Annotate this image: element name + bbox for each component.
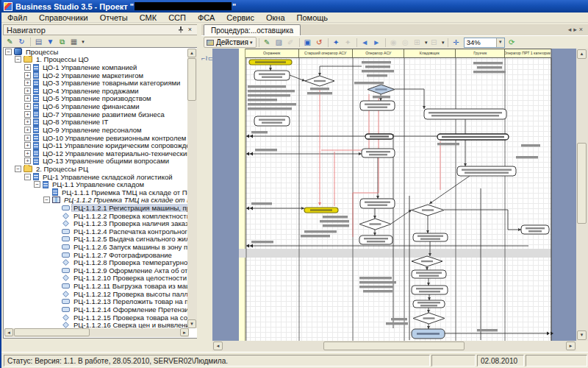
- tree-item[interactable]: −2. Процессы РЦ: [4, 165, 189, 173]
- tree-item[interactable]: +ЦО-1 Управление компанией: [4, 63, 189, 71]
- tree-item[interactable]: РЦ-1.1.2.8 Проверка температурного реж: [4, 258, 189, 266]
- forward-icon[interactable]: ►: [371, 38, 382, 48]
- expand-icon[interactable]: +: [24, 72, 31, 79]
- flow-task-shape[interactable]: [254, 116, 290, 126]
- menu-item-8[interactable]: Окна: [260, 13, 291, 23]
- expand-icon[interactable]: +: [24, 158, 31, 164]
- tab-next-icon[interactable]: ▸: [573, 26, 579, 33]
- tree-item[interactable]: −РЦ-1 Управление складской логистикой: [4, 173, 189, 181]
- collapse-icon[interactable]: −: [34, 181, 40, 188]
- tree-item[interactable]: РЦ-1.1.1 Приемка ТМЦ на складе от Постав…: [4, 188, 189, 197]
- scroll-thumb[interactable]: [187, 58, 196, 101]
- flow-connector[interactable]: [429, 176, 470, 204]
- save-icon[interactable]: ▣: [302, 38, 313, 48]
- edit-diagram-icon[interactable]: ✎: [262, 38, 273, 48]
- flow-task-shape[interactable]: [362, 149, 395, 158]
- scroll-thumb[interactable]: [577, 143, 587, 224]
- zoom-combobox[interactable]: 34% ▼: [464, 38, 505, 48]
- tree-item[interactable]: РЦ-1.1.2.7 Фотографирование: [4, 251, 189, 259]
- tree-item[interactable]: +ЦО-11 Управление юридическим сопровожде…: [4, 141, 189, 149]
- chevron-down-icon[interactable]: ▼: [441, 40, 445, 45]
- tree-item[interactable]: РЦ-1.1.2.10 Проверка целостности упаков: [4, 275, 189, 283]
- chevron-down-icon[interactable]: ▼: [81, 40, 85, 44]
- expand-icon[interactable]: +: [24, 142, 31, 149]
- tree-item[interactable]: +ЦО-2 Управление маркетингом: [4, 71, 189, 79]
- menu-item-5[interactable]: ССП: [162, 13, 192, 23]
- expand-icon[interactable]: +: [24, 135, 31, 141]
- scroll-right-icon[interactable]: ►: [180, 328, 189, 336]
- tree-horizontal-scrollbar[interactable]: ◄ ►: [4, 328, 189, 337]
- print-icon[interactable]: ▦: [68, 37, 79, 47]
- tree-item[interactable]: −1. Процессы ЦО: [4, 56, 189, 64]
- back-icon[interactable]: ◄: [359, 38, 370, 48]
- expand-icon[interactable]: +: [24, 88, 31, 94]
- scroll-up-icon[interactable]: ▲: [187, 49, 196, 57]
- tree-item[interactable]: РЦ-1.1.2.16 Сверка цен и выявление расхо: [4, 321, 189, 328]
- flow-connector[interactable]: [320, 66, 362, 76]
- document-icon[interactable]: ▤: [33, 37, 44, 47]
- expand-icon[interactable]: +: [24, 111, 31, 118]
- scroll-thumb[interactable]: [14, 328, 90, 336]
- flow-connector[interactable]: [395, 89, 424, 109]
- tree-item[interactable]: +ЦО-6 Управление финансами: [4, 102, 189, 110]
- tree-item[interactable]: +ЦО-8 Управление IT: [4, 118, 189, 126]
- collapse-icon[interactable]: −: [24, 174, 31, 180]
- edit-icon[interactable]: ✎: [4, 37, 15, 47]
- fit-zoom-icon[interactable]: ✛: [451, 38, 462, 48]
- sync-window-icon[interactable]: ⧉: [57, 37, 68, 47]
- collapse-icon[interactable]: −: [5, 49, 12, 55]
- menu-item-6[interactable]: ФСА: [192, 13, 220, 23]
- tree-vertical-scrollbar[interactable]: ▲ ▼: [187, 49, 197, 328]
- scroll-right-icon[interactable]: ►: [566, 342, 576, 350]
- flow-task-shape[interactable]: [360, 199, 395, 208]
- flow-connector[interactable]: [391, 210, 412, 224]
- expand-icon[interactable]: +: [24, 79, 31, 86]
- expand-icon[interactable]: +: [24, 95, 31, 102]
- tree-item[interactable]: +ЦО-10 Управление ревизионным контролем: [4, 134, 189, 142]
- diagram-canvas[interactable]: ОхранникСтарший оператор АСУОператор АСУ…: [212, 49, 576, 341]
- flow-task-shape[interactable]: [521, 225, 549, 234]
- scroll-left-icon[interactable]: ◄: [4, 328, 13, 336]
- prev-diagram-icon[interactable]: ✦: [331, 38, 342, 48]
- flow-task-shape[interactable]: [457, 166, 516, 176]
- tree-item[interactable]: +ЦО-3 Управление товарными категориями: [4, 79, 189, 87]
- tree-item[interactable]: РЦ-1.1.2.15 Проверка товара на соответст: [4, 314, 189, 322]
- tab-procedure[interactable]: Процедура:...оставщика: [204, 24, 301, 35]
- tree-item[interactable]: РЦ-1.1.2.11 Выгрузка товара из машины: [4, 282, 189, 290]
- menu-item-9[interactable]: Помощь: [291, 13, 334, 23]
- flow-task-shape[interactable]: [412, 286, 448, 294]
- tree-item[interactable]: РЦ-1.1.2.14 Оформление Претензии об отк: [4, 305, 189, 314]
- update-diagram-icon[interactable]: ⟳: [506, 38, 517, 48]
- expand-icon[interactable]: +: [24, 118, 31, 125]
- flow-task-shape[interactable]: [413, 233, 448, 241]
- scroll-left-icon[interactable]: ◄: [213, 342, 223, 350]
- scroll-down-icon[interactable]: ▼: [577, 330, 587, 340]
- flow-task-shape[interactable]: [424, 109, 506, 119]
- image-icon[interactable]: ▨: [273, 38, 284, 48]
- tree-item[interactable]: −РЦ-1.1.2 Приемка ТМЦ на складе от поста…: [4, 197, 189, 205]
- tree-item[interactable]: РЦ-1.1.2.1 Регистрация машины, прием док: [4, 204, 189, 212]
- tree-item[interactable]: +ЦО-4 Управление продажами: [4, 87, 189, 95]
- tree-item[interactable]: +ЦО-9 Управление персоналом: [4, 126, 189, 134]
- diagram-vertical-scrollbar[interactable]: ▲ ▼: [576, 49, 588, 341]
- tree-item[interactable]: РЦ-1.1.2.5 Выдача сигнального жилета (со: [4, 236, 189, 244]
- scroll-down-icon[interactable]: ▼: [187, 319, 196, 328]
- menu-item-3[interactable]: Отчеты: [94, 13, 134, 23]
- refresh-diagram-icon[interactable]: ↺: [314, 38, 325, 48]
- tree-item[interactable]: −Процессы: [4, 48, 189, 56]
- collapse-icon[interactable]: −: [43, 197, 50, 203]
- diagram-horizontal-scrollbar[interactable]: ◄ ►: [212, 341, 576, 351]
- expand-icon[interactable]: +: [24, 103, 31, 110]
- tree-item[interactable]: +ЦО-5 Управление производством: [4, 95, 189, 103]
- chevron-down-icon[interactable]: ▼: [496, 38, 504, 47]
- actions-button[interactable]: Действия ▼: [204, 37, 257, 48]
- menu-item-2[interactable]: Справочники: [33, 13, 94, 23]
- tree-item[interactable]: +ЦО-13 Управление общими вопросами: [4, 158, 189, 166]
- tree-item[interactable]: −РЦ-1.1 Управление складом: [4, 180, 189, 188]
- expand-icon[interactable]: +: [24, 64, 31, 71]
- filter-icon[interactable]: ▼: [45, 37, 56, 47]
- expand-icon[interactable]: +: [24, 150, 31, 157]
- pin-icon[interactable]: [176, 26, 185, 35]
- tree-item[interactable]: +ЦО-7 Управление развитием бизнеса: [4, 110, 189, 118]
- menu-item-4[interactable]: СМК: [134, 13, 162, 23]
